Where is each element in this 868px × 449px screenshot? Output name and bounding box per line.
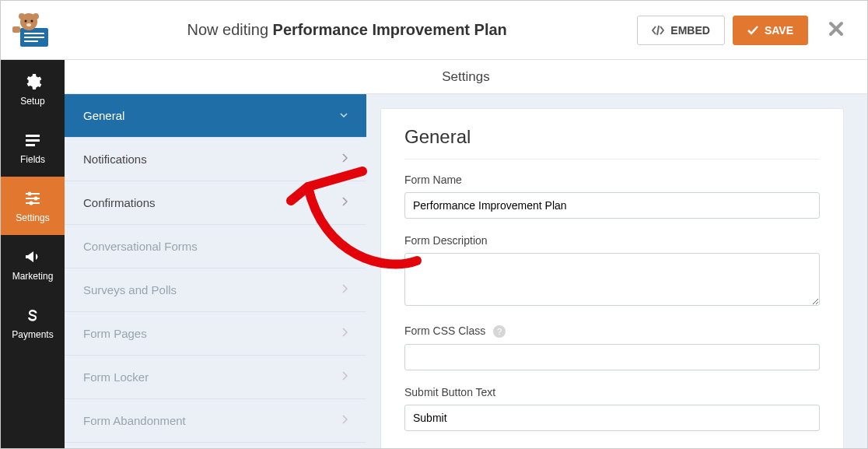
bullhorn-icon	[23, 247, 42, 266]
settings-item-label: General	[83, 109, 124, 122]
svg-rect-16	[26, 144, 35, 146]
nav-fields[interactable]: Fields	[1, 118, 65, 177]
svg-point-9	[26, 23, 31, 26]
svg-point-18	[28, 191, 32, 195]
chevron-right-icon	[341, 240, 348, 252]
close-icon	[828, 21, 844, 37]
nav-label: Setup	[20, 96, 44, 107]
submit-text-label: Submit Button Text	[404, 386, 820, 398]
editing-form-name: Performance Improvement Plan	[273, 21, 507, 38]
settings-list: General Notifications Confirmations	[65, 94, 366, 448]
nav-settings[interactable]: Settings	[1, 177, 65, 235]
page-title: Now editing Performance Improvement Plan	[65, 21, 629, 39]
submit-text-input[interactable]	[404, 405, 820, 431]
settings-item-notifications[interactable]: Notifications	[65, 138, 366, 181]
form-css-class-label: Form CSS Class ?	[404, 324, 820, 338]
settings-item-form-locker[interactable]: Form Locker	[65, 356, 366, 399]
settings-item-label: Confirmations	[83, 196, 156, 209]
nav-label: Payments	[12, 329, 53, 340]
close-button[interactable]	[819, 21, 853, 40]
chevron-right-icon	[341, 284, 348, 296]
chevron-right-icon	[341, 197, 348, 209]
nav-label: Fields	[20, 154, 45, 165]
settings-item-general[interactable]: General	[65, 94, 366, 138]
settings-item-label: Conversational Forms	[83, 240, 198, 253]
embed-button-label: EMBED	[670, 24, 710, 37]
chevron-right-icon	[341, 328, 348, 339]
sliders-icon	[23, 189, 42, 208]
settings-item-label: Form Pages	[83, 327, 147, 340]
now-editing-label: Now editing	[187, 21, 269, 38]
settings-item-label: Form Locker	[83, 370, 149, 384]
form-name-label: Form Name	[404, 174, 820, 186]
wpforms-logo-icon	[11, 11, 54, 50]
check-icon	[747, 26, 758, 35]
svg-rect-14	[26, 135, 40, 137]
form-description-label: Form Description	[404, 234, 820, 247]
svg-point-6	[33, 13, 39, 19]
chevron-down-icon	[340, 110, 348, 121]
svg-rect-10	[12, 26, 20, 33]
nav-label: Settings	[16, 212, 49, 223]
dollar-icon	[23, 306, 42, 324]
svg-point-5	[19, 13, 25, 19]
help-icon[interactable]: ?	[493, 325, 506, 338]
settings-item-label: Notifications	[83, 153, 147, 166]
svg-point-20	[34, 196, 38, 200]
settings-item-confirmations[interactable]: Confirmations	[65, 181, 366, 225]
save-button[interactable]: SAVE	[733, 16, 808, 45]
save-button-label: SAVE	[765, 24, 793, 37]
svg-line-11	[657, 26, 659, 35]
app-logo	[1, 1, 65, 60]
nav-setup[interactable]: Setup	[1, 60, 65, 118]
embed-button[interactable]: EMBED	[637, 16, 725, 45]
chevron-right-icon	[341, 153, 348, 165]
svg-rect-15	[26, 139, 40, 142]
chevron-right-icon	[341, 371, 348, 383]
gear-icon	[23, 72, 42, 91]
svg-point-8	[31, 19, 33, 22]
left-nav: Setup Fields Settings Marketing Pa	[1, 60, 65, 448]
form-css-class-input[interactable]	[404, 344, 820, 370]
nav-label: Marketing	[12, 271, 54, 282]
chevron-right-icon	[341, 415, 348, 426]
nav-marketing[interactable]: Marketing	[1, 235, 65, 293]
embed-icon	[652, 25, 664, 36]
settings-item-surveys-polls[interactable]: Surveys and Polls	[65, 268, 366, 312]
svg-point-22	[30, 201, 33, 205]
top-bar: Now editing Performance Improvement Plan…	[1, 1, 867, 60]
svg-point-7	[25, 19, 27, 22]
general-heading: General	[404, 126, 820, 160]
settings-item-conversational-forms[interactable]: Conversational Forms	[65, 225, 366, 268]
form-name-input[interactable]	[404, 192, 820, 219]
settings-item-label: Surveys and Polls	[83, 283, 177, 296]
form-description-textarea[interactable]	[404, 253, 820, 306]
label-text: Form CSS Class	[404, 324, 485, 337]
fields-icon	[23, 131, 42, 149]
settings-item-label: Form Abandonment	[83, 414, 186, 427]
nav-payments[interactable]: Payments	[1, 293, 65, 352]
settings-header: Settings	[65, 60, 867, 94]
settings-item-form-pages[interactable]: Form Pages	[65, 312, 366, 356]
settings-item-form-abandonment[interactable]: Form Abandonment	[65, 399, 366, 443]
general-settings-card: General Form Name Form Description Form …	[380, 108, 844, 448]
